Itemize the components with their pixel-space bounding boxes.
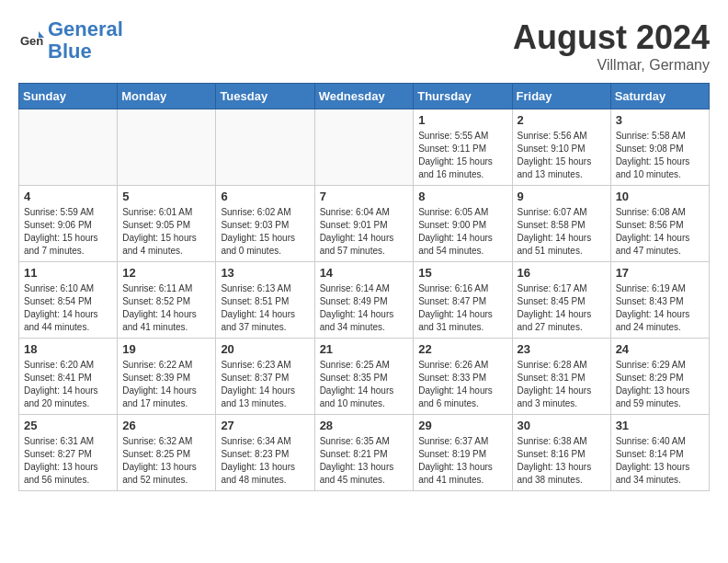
calendar-cell: 1Sunrise: 5:55 AM Sunset: 9:11 PM Daylig…: [414, 109, 512, 186]
day-info: Sunrise: 6:17 AM Sunset: 8:45 PM Dayligh…: [518, 282, 606, 334]
day-info: Sunrise: 6:31 AM Sunset: 8:27 PM Dayligh…: [24, 435, 112, 487]
day-info: Sunrise: 6:32 AM Sunset: 8:25 PM Dayligh…: [122, 435, 210, 487]
day-number: 28: [320, 419, 409, 432]
calendar-cell: 11Sunrise: 6:10 AM Sunset: 8:54 PM Dayli…: [19, 262, 118, 339]
calendar-cell: 24Sunrise: 6:29 AM Sunset: 8:29 PM Dayli…: [610, 339, 709, 415]
calendar-header-row: SundayMondayTuesdayWednesdayThursdayFrid…: [19, 84, 710, 109]
calendar-cell: 13Sunrise: 6:13 AM Sunset: 8:51 PM Dayli…: [216, 262, 314, 339]
day-number: 4: [24, 190, 112, 203]
day-info: Sunrise: 5:55 AM Sunset: 9:11 PM Dayligh…: [418, 130, 506, 181]
day-number: 11: [24, 266, 112, 280]
day-info: Sunrise: 6:34 AM Sunset: 8:23 PM Dayligh…: [221, 435, 309, 487]
day-info: Sunrise: 6:23 AM Sunset: 8:37 PM Dayligh…: [221, 359, 309, 410]
day-info: Sunrise: 5:59 AM Sunset: 9:06 PM Dayligh…: [24, 206, 112, 258]
day-info: Sunrise: 6:20 AM Sunset: 8:41 PM Dayligh…: [24, 359, 112, 410]
day-number: 27: [221, 419, 309, 432]
day-number: 1: [418, 113, 506, 127]
calendar-cell: 19Sunrise: 6:22 AM Sunset: 8:39 PM Dayli…: [118, 339, 216, 415]
calendar-cell: 23Sunrise: 6:28 AM Sunset: 8:31 PM Dayli…: [512, 339, 610, 415]
calendar-cell: 16Sunrise: 6:17 AM Sunset: 8:45 PM Dayli…: [512, 262, 610, 339]
day-info: Sunrise: 5:56 AM Sunset: 9:10 PM Dayligh…: [518, 130, 606, 181]
day-info: Sunrise: 6:16 AM Sunset: 8:47 PM Dayligh…: [418, 282, 506, 334]
day-number: 17: [616, 266, 704, 280]
day-info: Sunrise: 6:35 AM Sunset: 8:21 PM Dayligh…: [320, 435, 409, 487]
calendar-cell: 28Sunrise: 6:35 AM Sunset: 8:21 PM Dayli…: [314, 415, 414, 491]
calendar-cell: 27Sunrise: 6:34 AM Sunset: 8:23 PM Dayli…: [216, 415, 314, 491]
calendar-cell: 18Sunrise: 6:20 AM Sunset: 8:41 PM Dayli…: [19, 339, 118, 415]
calendar-week-row: 18Sunrise: 6:20 AM Sunset: 8:41 PM Dayli…: [19, 339, 710, 415]
day-number: 18: [24, 342, 112, 356]
calendar-week-row: 11Sunrise: 6:10 AM Sunset: 8:54 PM Dayli…: [19, 262, 710, 339]
calendar-cell: 25Sunrise: 6:31 AM Sunset: 8:27 PM Dayli…: [19, 415, 118, 491]
day-number: 5: [122, 190, 210, 203]
month-year-title: August 2024: [513, 18, 710, 57]
calendar-cell: 6Sunrise: 6:02 AM Sunset: 9:03 PM Daylig…: [216, 186, 314, 262]
calendar-cell: 4Sunrise: 5:59 AM Sunset: 9:06 PM Daylig…: [19, 186, 118, 262]
calendar-cell: 30Sunrise: 6:38 AM Sunset: 8:16 PM Dayli…: [512, 415, 610, 491]
calendar-week-row: 4Sunrise: 5:59 AM Sunset: 9:06 PM Daylig…: [19, 186, 710, 262]
calendar-cell: 10Sunrise: 6:08 AM Sunset: 8:56 PM Dayli…: [610, 186, 709, 262]
page-header: Gen General Blue August 2024 Villmar, Ge…: [18, 18, 710, 74]
day-info: Sunrise: 6:01 AM Sunset: 9:05 PM Dayligh…: [122, 206, 210, 258]
calendar-cell: 8Sunrise: 6:05 AM Sunset: 9:00 PM Daylig…: [414, 186, 512, 262]
day-info: Sunrise: 6:07 AM Sunset: 8:58 PM Dayligh…: [518, 206, 606, 258]
calendar-week-row: 1Sunrise: 5:55 AM Sunset: 9:11 PM Daylig…: [19, 109, 710, 186]
calendar-cell: 31Sunrise: 6:40 AM Sunset: 8:14 PM Dayli…: [610, 415, 709, 491]
day-number: 25: [24, 419, 112, 432]
day-number: 10: [616, 190, 704, 203]
calendar-day-header: Monday: [118, 84, 216, 109]
calendar-cell: 21Sunrise: 6:25 AM Sunset: 8:35 PM Dayli…: [314, 339, 414, 415]
day-info: Sunrise: 6:04 AM Sunset: 9:01 PM Dayligh…: [320, 206, 409, 258]
day-number: 3: [616, 113, 704, 127]
day-number: 8: [418, 190, 506, 203]
day-info: Sunrise: 6:40 AM Sunset: 8:14 PM Dayligh…: [616, 435, 704, 487]
day-number: 2: [518, 113, 606, 127]
location-title: Villmar, Germany: [513, 57, 710, 74]
day-number: 24: [616, 342, 704, 356]
calendar-cell: 9Sunrise: 6:07 AM Sunset: 8:58 PM Daylig…: [512, 186, 610, 262]
day-info: Sunrise: 6:25 AM Sunset: 8:35 PM Dayligh…: [320, 359, 409, 410]
calendar-cell: [118, 109, 216, 186]
calendar-cell: 3Sunrise: 5:58 AM Sunset: 9:08 PM Daylig…: [610, 109, 709, 186]
calendar-day-header: Wednesday: [314, 84, 414, 109]
day-number: 29: [418, 419, 506, 432]
calendar-day-header: Tuesday: [216, 84, 314, 109]
day-number: 9: [518, 190, 606, 203]
logo: Gen General Blue: [18, 18, 123, 63]
calendar-cell: 20Sunrise: 6:23 AM Sunset: 8:37 PM Dayli…: [216, 339, 314, 415]
calendar-cell: [19, 109, 118, 186]
calendar-day-header: Saturday: [610, 84, 709, 109]
day-number: 20: [221, 342, 309, 356]
calendar-cell: 15Sunrise: 6:16 AM Sunset: 8:47 PM Dayli…: [414, 262, 512, 339]
day-number: 19: [122, 342, 210, 356]
day-number: 31: [616, 419, 704, 432]
day-info: Sunrise: 6:10 AM Sunset: 8:54 PM Dayligh…: [24, 282, 112, 334]
calendar-cell: 22Sunrise: 6:26 AM Sunset: 8:33 PM Dayli…: [414, 339, 512, 415]
day-number: 26: [122, 419, 210, 432]
day-info: Sunrise: 6:05 AM Sunset: 9:00 PM Dayligh…: [418, 206, 506, 258]
day-number: 7: [320, 190, 409, 203]
day-info: Sunrise: 6:26 AM Sunset: 8:33 PM Dayligh…: [418, 359, 506, 410]
calendar-cell: [314, 109, 414, 186]
day-number: 14: [320, 266, 409, 280]
calendar-week-row: 25Sunrise: 6:31 AM Sunset: 8:27 PM Dayli…: [19, 415, 710, 491]
day-info: Sunrise: 6:11 AM Sunset: 8:52 PM Dayligh…: [122, 282, 210, 334]
day-number: 16: [518, 266, 606, 280]
day-info: Sunrise: 6:14 AM Sunset: 8:49 PM Dayligh…: [320, 282, 409, 334]
day-info: Sunrise: 6:08 AM Sunset: 8:56 PM Dayligh…: [616, 206, 704, 258]
calendar-day-header: Sunday: [19, 84, 118, 109]
day-info: Sunrise: 6:38 AM Sunset: 8:16 PM Dayligh…: [518, 435, 606, 487]
day-number: 13: [221, 266, 309, 280]
logo-icon: Gen: [18, 27, 46, 54]
calendar-day-header: Thursday: [414, 84, 512, 109]
logo-text: General Blue: [48, 18, 123, 63]
calendar-cell: 29Sunrise: 6:37 AM Sunset: 8:19 PM Dayli…: [414, 415, 512, 491]
day-number: 6: [221, 190, 309, 203]
day-number: 12: [122, 266, 210, 280]
calendar-day-header: Friday: [512, 84, 610, 109]
day-number: 23: [518, 342, 606, 356]
calendar-table: SundayMondayTuesdayWednesdayThursdayFrid…: [18, 83, 710, 491]
day-info: Sunrise: 6:28 AM Sunset: 8:31 PM Dayligh…: [518, 359, 606, 410]
day-info: Sunrise: 6:02 AM Sunset: 9:03 PM Dayligh…: [221, 206, 309, 258]
calendar-cell: [216, 109, 314, 186]
